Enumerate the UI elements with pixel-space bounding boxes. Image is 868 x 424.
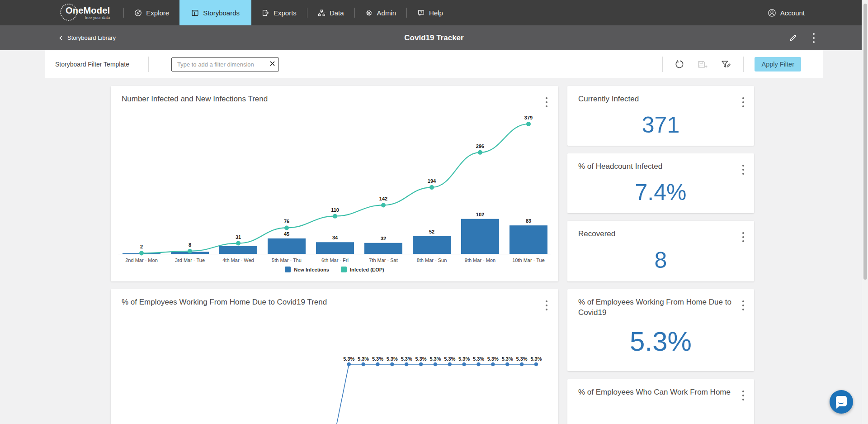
apply-filter-button[interactable]: Apply Filter xyxy=(755,57,801,71)
back-label: Storyboard Library xyxy=(67,34,116,41)
wfh-trend-card: % of Employees Working From Home Due to … xyxy=(111,289,558,424)
data-icon xyxy=(318,9,326,17)
svg-text:8: 8 xyxy=(189,242,191,248)
svg-text:5.3%: 5.3% xyxy=(415,356,427,362)
undo-icon xyxy=(675,59,684,69)
wfh-trend-title: % of Employees Working From Home Due to … xyxy=(122,297,543,308)
legend-item: New Infections xyxy=(285,267,329,272)
svg-text:45: 45 xyxy=(284,231,289,237)
kpi-card-2: % of Headcount Infected7.4% xyxy=(567,153,754,213)
kpi-title: Currently Infected xyxy=(578,94,740,105)
svg-text:?: ? xyxy=(420,10,422,14)
svg-text:5.3%: 5.3% xyxy=(387,356,398,362)
logo-tagline: free your data xyxy=(85,16,110,20)
filter-bar-divider xyxy=(662,57,663,72)
kpi-title: % of Headcount Infected xyxy=(578,162,740,172)
edit-filter-button[interactable] xyxy=(720,59,732,70)
legend-item: Infected (EOP) xyxy=(341,267,384,272)
svg-text:34: 34 xyxy=(332,235,338,240)
kpi-menu-button[interactable] xyxy=(740,387,747,403)
onemodel-app: OneModel free your data ExploreStoryboar… xyxy=(0,0,868,424)
kpi-title: % of Employees Who Can Work From Home xyxy=(578,387,740,398)
undo-filter-button[interactable] xyxy=(674,58,685,70)
svg-text:83: 83 xyxy=(526,218,531,224)
chat-launcher-button[interactable] xyxy=(830,390,853,414)
back-to-storyboard-library[interactable]: Storyboard Library xyxy=(58,25,116,50)
kpi-card-4: % of Employees Working From Home Due to … xyxy=(567,289,754,371)
svg-text:32: 32 xyxy=(381,236,386,241)
infections-trend-menu-button[interactable] xyxy=(543,94,550,110)
svg-text:5.3%: 5.3% xyxy=(343,356,354,362)
svg-text:5.3%: 5.3% xyxy=(516,356,528,362)
page-title: Covid19 Tracker xyxy=(404,25,463,50)
svg-text:2nd Mar - Mon: 2nd Mar - Mon xyxy=(125,257,158,263)
svg-text:142: 142 xyxy=(379,196,387,201)
pencil-icon xyxy=(789,33,797,42)
svg-text:5.3%: 5.3% xyxy=(372,356,383,362)
admin-icon xyxy=(365,9,373,17)
filter-dimension-field xyxy=(171,57,279,71)
svg-text:7th Mar - Sat: 7th Mar - Sat xyxy=(369,257,398,263)
storyboard-menu-button[interactable] xyxy=(810,30,817,46)
edit-storyboard-button[interactable] xyxy=(787,32,799,44)
save-plus-icon xyxy=(697,60,708,69)
filter-bar-actions: Apply Filter xyxy=(662,57,823,72)
svg-text:8th Mar - Sun: 8th Mar - Sun xyxy=(417,257,447,263)
infections-trend-title: Number Infected and New Infections Trend xyxy=(122,94,543,105)
explore-icon xyxy=(134,9,142,17)
svg-text:102: 102 xyxy=(476,212,484,217)
kpi-value: 7.4% xyxy=(567,177,754,213)
legend-swatch xyxy=(341,267,347,272)
kpi-menu-button[interactable] xyxy=(740,162,747,177)
infections-trend-chart-canvas: 45343252102832nd Mar - Mon3rd Mar - Tue4… xyxy=(116,114,553,266)
svg-text:10th Mar - Tue: 10th Mar - Tue xyxy=(512,257,545,263)
onemodel-logo[interactable]: OneModel free your data xyxy=(66,0,110,25)
svg-text:379: 379 xyxy=(524,115,533,120)
infections-trend-card: Number Infected and New Infections Trend… xyxy=(111,86,558,281)
storyboard-header: Storyboard Library Covid19 Tracker xyxy=(0,25,868,50)
filter-bar-divider xyxy=(148,57,149,72)
account-button[interactable]: Account xyxy=(768,0,805,25)
nav-item-help[interactable]: ?Help xyxy=(407,0,453,25)
svg-text:3rd Mar - Tue: 3rd Mar - Tue xyxy=(175,257,205,263)
svg-text:5.3%: 5.3% xyxy=(458,356,470,362)
svg-text:4th Mar - Wed: 4th Mar - Wed xyxy=(222,257,254,263)
svg-text:194: 194 xyxy=(428,178,436,184)
nav-item-storyboards[interactable]: Storyboards xyxy=(179,0,251,25)
filter-dimension-input[interactable] xyxy=(171,57,279,71)
kpi-menu-button[interactable] xyxy=(740,297,747,313)
svg-text:5.3%: 5.3% xyxy=(429,356,441,362)
nav-item-data[interactable]: Data xyxy=(307,0,354,25)
svg-text:5.3%: 5.3% xyxy=(530,356,542,362)
kpi-menu-button[interactable] xyxy=(740,94,747,110)
clear-filter-icon[interactable] xyxy=(269,60,275,68)
svg-text:9th Mar - Mon: 9th Mar - Mon xyxy=(465,257,495,263)
kpi-title: Recovered xyxy=(578,229,740,239)
svg-text:52: 52 xyxy=(429,229,434,234)
filter-edit-icon xyxy=(721,60,731,69)
svg-text:31: 31 xyxy=(236,234,241,240)
storyboard-filter-bar: Storyboard Filter Template xyxy=(45,50,823,78)
svg-text:76: 76 xyxy=(284,219,289,224)
wfh-trend-menu-button[interactable] xyxy=(543,297,550,313)
nav-item-exports[interactable]: Exports xyxy=(251,0,307,25)
svg-text:5.3%: 5.3% xyxy=(473,356,484,362)
svg-text:5th Mar - Thu: 5th Mar - Thu xyxy=(272,257,302,263)
logo-name: OneModel xyxy=(66,6,110,15)
save-filter-button[interactable] xyxy=(696,59,709,70)
kpi-menu-button[interactable] xyxy=(740,229,747,245)
wfh-trend-chart-canvas: 0.0%0.0%0.0%0.0%0.0%0.0%0.0%0.0%0.0%0.0%… xyxy=(111,317,558,424)
nav-item-explore[interactable]: Explore xyxy=(124,0,179,25)
filter-template-label: Storyboard Filter Template xyxy=(55,61,129,68)
nav-item-admin[interactable]: Admin xyxy=(355,0,407,25)
svg-text:2: 2 xyxy=(140,244,143,249)
chat-bubble-icon xyxy=(836,396,847,406)
page-scrollbar-thumb[interactable] xyxy=(863,4,867,280)
chevron-left-icon xyxy=(58,34,64,42)
nav-items: ExploreStoryboardsExportsDataAdmin?Help xyxy=(124,0,453,25)
kpi-card-1: Currently Infected371 xyxy=(567,86,754,146)
page-scrollbar[interactable] xyxy=(862,0,868,424)
account-label: Account xyxy=(780,9,805,17)
svg-text:6th Mar - Fri: 6th Mar - Fri xyxy=(321,257,349,263)
top-nav: OneModel free your data ExploreStoryboar… xyxy=(0,0,868,25)
